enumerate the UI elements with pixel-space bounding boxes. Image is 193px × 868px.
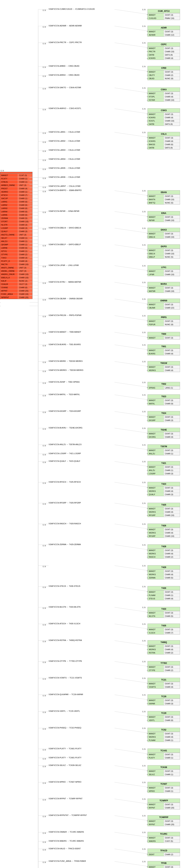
field-type: DATS (8) [164, 146, 180, 149]
target-entity: T023MANDTOUNT (3)MATKLCHAR (9) [148, 395, 180, 405]
field-name: PLNAW [148, 739, 164, 742]
root-field-row: FUNC_AREACHAR (16) [0, 292, 32, 296]
cardinality-in: 0..N [142, 394, 146, 396]
cardinality-in: 0..N [142, 87, 146, 89]
relation-caption: VSAFVCCN-OTYPE → T778O-OTYPE [49, 660, 82, 662]
relation-caption: VSAFVCCN-ZERMA → T429-ZERMA [49, 544, 81, 546]
field-type: OUNT (3) [164, 665, 180, 669]
field-type: CHAR (3) [18, 230, 32, 233]
target-header: CUM_AFCU [148, 9, 180, 13]
field-name: MANDT [148, 507, 164, 510]
field-name: MANDT [148, 528, 164, 531]
cardinality-out: 0..N [43, 141, 46, 143]
field-type: CHAR (6) [18, 200, 32, 203]
cardinality-out: 0..N [43, 159, 46, 161]
field-type: CHAR (4) [164, 369, 180, 372]
cardinality-out: 0..N [43, 832, 46, 834]
relation-caption: VSAFVCCN-EBELN → EKKO-EBELN [49, 227, 81, 229]
target-header: T024E [148, 428, 180, 432]
target-header: AENR [148, 26, 180, 30]
target-entity: EBANMANDTOUNT (3)BANTNCHAR (10)BNFTQNUNC… [148, 190, 180, 205]
target-field-row: MANDTOUNT (3) [148, 232, 180, 235]
target-header: TC26 [148, 694, 180, 699]
target-field-row: MLSTNCHAR (5) [148, 614, 180, 618]
field-type: OUNT (3) [164, 699, 180, 702]
field-name: SELKT [0, 237, 18, 240]
relation-caption: VSAFVCCN-ISTRU → MARA-MATNR [49, 281, 81, 283]
field-name: AFPNT [0, 289, 18, 292]
relation-caption: VSAFVCCN-PRCTR → CEPC-PRCTR [49, 41, 82, 43]
field-type: CHAR (4) [164, 648, 180, 651]
field-type: OUNT (3) [164, 136, 180, 140]
cardinality-in: 0..N [142, 108, 146, 110]
root-field-row: MANDTCLNT (3) [0, 174, 32, 177]
field-type: OUNT (3) [164, 645, 180, 648]
cardinality-out: 0..N [43, 362, 46, 363]
cardinality-in: 0..N [142, 848, 146, 850]
cardinality-out: 0..N [43, 661, 46, 663]
cardinality-in: 0..N [142, 502, 146, 504]
field-type: OUNT (3) [164, 195, 180, 198]
field-name: EBELN [148, 236, 164, 239]
target-field-row: ZERMACHAR (5) [148, 576, 180, 579]
field-type: CHAR (2) [164, 73, 180, 77]
target-field-row: MANDTOUNT (3) [148, 528, 180, 531]
target-field-row: WERKSCHAR (4) [148, 552, 180, 555]
target-entity: T024MANDTOUNT (3)EKGRPCHAR (3) [148, 411, 180, 422]
field-name: MANDT [148, 665, 164, 669]
field-type: OUNT (3) [164, 628, 180, 631]
cardinality-in: 0..N [142, 661, 146, 663]
cardinality-out: 0..N [43, 228, 46, 230]
cardinality-in: 0..N [142, 190, 146, 192]
cardinality-in: 0..N [142, 815, 146, 817]
relation-caption: VSAFVCCN-ANLZU → T357M-ANLZU [49, 443, 82, 445]
target-header: EKKO [148, 228, 180, 232]
field-type: OUNT (3) [164, 349, 180, 352]
field-type: OUNT (3) [164, 365, 180, 369]
cardinality-out: 0..N [43, 282, 46, 284]
cardinality-in: 0..N [142, 607, 146, 609]
field-type: CHAR (4) [164, 573, 180, 576]
field-type: OUNT (3) [164, 786, 180, 789]
target-field-row: MATNRCHAR (18) [148, 289, 180, 293]
field-name: MANDT [148, 628, 164, 631]
field-type: CHAR (10) [18, 273, 32, 276]
root-field-row: ISTVUCHAR (1) [0, 249, 32, 253]
target-field-row: VERTLCHAR (8) [148, 718, 180, 722]
cardinality-in: 0..N [142, 444, 146, 446]
field-name: AENNR [148, 33, 164, 36]
target-entity: LFA1MANDTOUNT (3)LIFNRCHAR (10) [148, 265, 180, 276]
field-type: CHAR (20) [164, 806, 180, 809]
field-type: OUNT (3) [164, 303, 180, 306]
field-name: MANDT [148, 113, 164, 116]
target-field-row: MANDTOUNT (3) [148, 270, 180, 273]
target-entity: T429MANDTOUNT (3)WERKSCHAR (4)ZERMACHAR … [148, 565, 180, 580]
relation-caption: VSAFVCCN-EKGRP → T024-EKGRP [49, 410, 81, 412]
field-name: MANDT [148, 449, 164, 452]
target-field-row: PRCTRCHAR (10) [148, 50, 180, 53]
target-header: CSLA [148, 132, 180, 136]
cardinality-in: 0..N [142, 623, 146, 625]
target-header: T425 [148, 503, 180, 507]
relation-caption: VSAFVCCN-LAR05 → CSLA-LSTAR [49, 167, 80, 169]
field-name: RFPNT [148, 806, 164, 809]
target-header: T357M [148, 444, 180, 448]
relation-caption: VSAFVCCN-PLNTY → TCA01-PLNTY [49, 756, 82, 758]
target-field-row: MANDTOUNT (3) [148, 415, 180, 418]
field-name: KALIF [0, 279, 18, 282]
target-entity: CRIDMANDTOUNT (3)OBJTYCHAR (2)OBJIDNUNC … [148, 66, 180, 80]
target-field-row: RFGRPCHAR (10) [148, 534, 180, 538]
field-name: PLNTY [148, 756, 164, 759]
field-name: ZERMA [148, 576, 164, 579]
field-name: NPRIO [148, 789, 164, 793]
target-header: T428 [148, 545, 180, 549]
field-name: ISTVU [0, 250, 18, 253]
field-name: MATKL [148, 402, 164, 405]
field-type: CHAR (10) [164, 534, 180, 538]
root-field-row: ANERU_ONURCHAR (10) [0, 273, 32, 276]
cardinality-out: 0..N [43, 586, 46, 588]
field-name: RASCH [148, 555, 164, 558]
target-header: CSKA [148, 88, 180, 92]
field-name: QUALF [148, 493, 164, 496]
target-header: T421 [148, 461, 180, 465]
